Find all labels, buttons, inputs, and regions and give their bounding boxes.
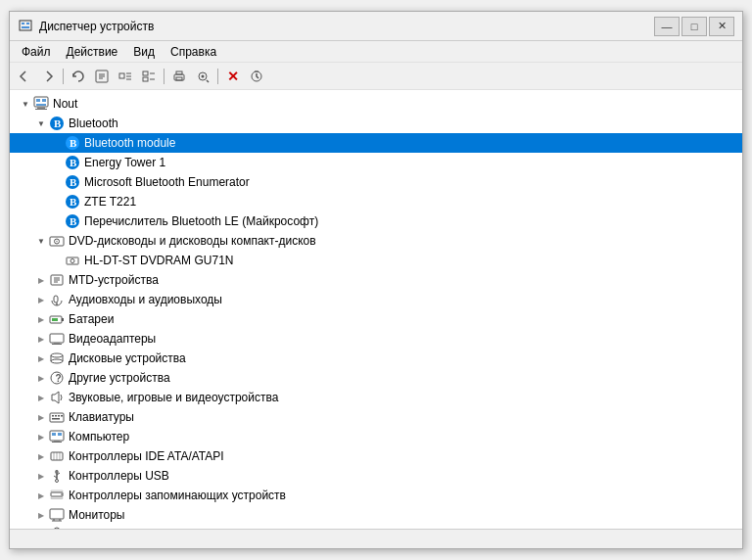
collapse-button[interactable] bbox=[115, 66, 136, 87]
properties-button[interactable] bbox=[91, 66, 113, 87]
remove-button[interactable]: ✕ bbox=[222, 66, 244, 87]
svg-rect-3 bbox=[22, 26, 29, 28]
svg-rect-27 bbox=[36, 104, 46, 106]
tree-item-battery[interactable]: ▶ Батареи bbox=[10, 309, 742, 329]
expand-monitors[interactable]: ▶ bbox=[33, 507, 49, 523]
refresh-button[interactable] bbox=[68, 66, 89, 87]
tree-item-zte[interactable]: B ZTE T221 bbox=[10, 192, 742, 211]
keyboard-icon bbox=[49, 409, 65, 425]
tree-item-computer[interactable]: ▶ Компьютер bbox=[10, 427, 742, 446]
svg-rect-18 bbox=[176, 77, 182, 80]
tree-item-keyboard[interactable]: ▶ Клавиатуры bbox=[10, 407, 742, 427]
tree-item-monitors[interactable]: ▶ Мониторы bbox=[10, 505, 742, 525]
svg-line-21 bbox=[207, 80, 209, 82]
svg-rect-1 bbox=[22, 23, 24, 24]
svg-rect-0 bbox=[20, 21, 31, 30]
bluetooth-module-label: Bluetooth module bbox=[84, 136, 175, 150]
tree-item-video[interactable]: ▶ Видеоадаптеры bbox=[10, 329, 742, 349]
usb-icon bbox=[49, 468, 65, 484]
zte-icon: B bbox=[65, 194, 80, 210]
svg-rect-75 bbox=[58, 433, 62, 436]
energy-tower-icon: B bbox=[65, 155, 80, 170]
menu-file[interactable]: Файл bbox=[14, 43, 59, 61]
sound-label: Звуковые, игровые и видеоустройства bbox=[69, 391, 278, 404]
battery-label: Батареи bbox=[69, 312, 114, 326]
svg-rect-59 bbox=[52, 344, 62, 345]
toolbar-sep-2 bbox=[164, 69, 164, 84]
expand-disk[interactable]: ▶ bbox=[33, 350, 49, 366]
tree-item-disk[interactable]: ▶ Дисковые устройства bbox=[10, 349, 742, 368]
ms-bluetooth-icon: B bbox=[65, 174, 80, 190]
tree-item-dvd-cat[interactable]: ▼ DVD-дисководы и дисководы компакт-диск… bbox=[10, 231, 742, 251]
expand-other[interactable]: ▶ bbox=[33, 370, 49, 386]
tree-item-bt-le[interactable]: B Перечислитель Bluetooth LE (Майкрософт… bbox=[10, 211, 742, 231]
update-button[interactable] bbox=[246, 66, 267, 87]
svg-rect-91 bbox=[50, 509, 64, 519]
svg-rect-67 bbox=[50, 413, 64, 422]
bluetooth-category-icon: B bbox=[49, 116, 65, 131]
expand-usb[interactable]: ▶ bbox=[33, 468, 49, 484]
tree-item-bluetooth[interactable]: ▼ B Bluetooth bbox=[10, 114, 742, 133]
title-bar: Диспетчер устройств — □ ✕ bbox=[10, 12, 742, 41]
svg-text:B: B bbox=[70, 157, 77, 168]
expand-storage[interactable]: ▶ bbox=[33, 488, 49, 503]
expand-dvd[interactable]: ▼ bbox=[33, 233, 49, 249]
expand-nout[interactable]: ▼ bbox=[18, 96, 33, 112]
svg-rect-76 bbox=[54, 441, 60, 442]
tree-item-usb[interactable]: ▶ Контроллеры USB bbox=[10, 466, 742, 486]
battery-icon bbox=[49, 311, 65, 327]
svg-text:B: B bbox=[70, 137, 77, 149]
menu-action[interactable]: Действие bbox=[59, 43, 126, 61]
other-label: Другие устройства bbox=[69, 371, 170, 385]
expand-keyboard[interactable]: ▶ bbox=[33, 409, 49, 425]
expand-battery[interactable]: ▶ bbox=[33, 311, 49, 327]
svg-rect-8 bbox=[119, 73, 124, 78]
computer-cat-icon bbox=[49, 429, 65, 444]
minimize-button[interactable]: — bbox=[654, 17, 680, 36]
svg-text:?: ? bbox=[56, 373, 62, 384]
expand-video[interactable]: ▶ bbox=[33, 331, 49, 347]
toolbar-sep-1 bbox=[63, 69, 64, 84]
tree-item-energy-tower[interactable]: B Energy Tower 1 bbox=[10, 153, 742, 172]
expand-button[interactable] bbox=[138, 66, 160, 87]
tree-item-audio[interactable]: ▶ Аудиовходы и аудиовыходы bbox=[10, 290, 742, 309]
expand-mtd[interactable]: ▶ bbox=[33, 272, 49, 288]
svg-rect-89 bbox=[51, 490, 63, 492]
mtd-label: MTD-устройства bbox=[69, 273, 159, 287]
tree-item-dvdram[interactable]: HL-DT-ST DVDRAM GU71N bbox=[10, 251, 742, 270]
audio-label: Аудиовходы и аудиовыходы bbox=[69, 293, 222, 306]
svg-text:B: B bbox=[70, 196, 77, 208]
device-tree[interactable]: ▼ Nout ▼ B Bluetooth B Bluetoo bbox=[10, 90, 742, 529]
expand-audio[interactable]: ▶ bbox=[33, 292, 49, 307]
expand-computer[interactable]: ▶ bbox=[33, 429, 49, 444]
svg-rect-17 bbox=[176, 71, 182, 74]
svg-point-20 bbox=[202, 74, 205, 77]
scan-button[interactable] bbox=[192, 66, 213, 87]
tree-item-sound[interactable]: ▶ Звуковые, игровые и видеоустройства bbox=[10, 388, 742, 407]
computer-cat-label: Компьютер bbox=[69, 430, 129, 443]
close-button[interactable]: ✕ bbox=[709, 17, 734, 36]
svg-point-44 bbox=[56, 241, 58, 243]
menu-view[interactable]: Вид bbox=[125, 43, 163, 61]
expand-bluetooth[interactable]: ▼ bbox=[33, 116, 49, 131]
tree-item-ms-bluetooth[interactable]: B Microsoft Bluetooth Enumerator bbox=[10, 172, 742, 192]
svg-rect-55 bbox=[62, 318, 64, 321]
back-button[interactable] bbox=[14, 66, 35, 87]
svg-rect-69 bbox=[55, 415, 57, 417]
expand-ide[interactable]: ▶ bbox=[33, 448, 49, 464]
tree-item-other[interactable]: ▶ ? Другие устройства bbox=[10, 368, 742, 388]
svg-rect-29 bbox=[35, 109, 47, 110]
tree-item-bluetooth-module[interactable]: B Bluetooth module bbox=[10, 133, 742, 153]
expand-sound[interactable]: ▶ bbox=[33, 390, 49, 405]
tree-item-storage[interactable]: ▶ Контроллеры запоминающих устройств bbox=[10, 486, 742, 505]
mtd-icon bbox=[49, 272, 65, 288]
svg-rect-26 bbox=[42, 99, 46, 102]
tree-item-root[interactable]: ▼ Nout bbox=[10, 94, 742, 114]
menu-help[interactable]: Справка bbox=[163, 43, 224, 61]
svg-text:B: B bbox=[54, 117, 62, 129]
forward-button[interactable] bbox=[37, 66, 59, 87]
print-button[interactable] bbox=[168, 66, 190, 87]
tree-item-mtd[interactable]: ▶ MTD-устройства bbox=[10, 270, 742, 290]
maximize-button[interactable]: □ bbox=[682, 17, 707, 36]
tree-item-ide[interactable]: ▶ Контроллеры IDE ATA/ATAPI bbox=[10, 446, 742, 466]
